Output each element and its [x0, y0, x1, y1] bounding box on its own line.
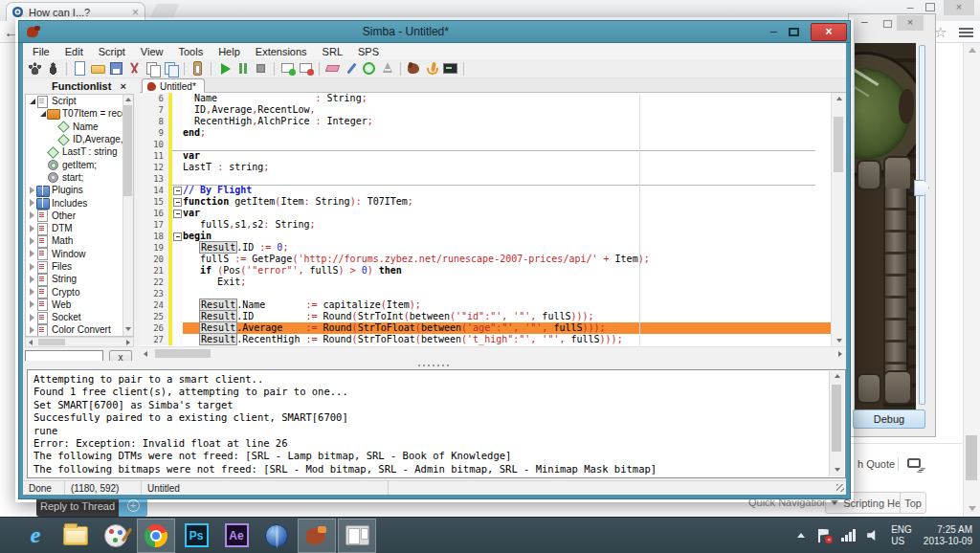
tree-closed-icon[interactable]	[28, 187, 36, 194]
scroll-up-icon[interactable]	[835, 374, 840, 378]
tree-closed-icon[interactable]	[28, 237, 36, 245]
tree-closed-icon[interactable]	[28, 300, 36, 308]
code-line[interactable]: 8 RecentHigh,AlchPrice : Integer;	[140, 116, 831, 127]
console-vscrollbar-thumb[interactable]	[832, 385, 841, 452]
code-line[interactable]: 15function getItem(Item: String): T07ITe…	[140, 196, 831, 208]
toolbar-cut-icon[interactable]	[126, 60, 143, 77]
editor-console-splitter[interactable]	[23, 361, 846, 369]
editor-hscrollbar-thumb[interactable]	[155, 349, 211, 358]
reply-with-quote-link[interactable]: h Quote	[858, 458, 895, 470]
menu-script[interactable]: Script	[91, 46, 133, 57]
smart-debug-button[interactable]: Debug	[853, 409, 925, 429]
menu-file[interactable]: File	[25, 46, 57, 57]
functionlist-item-socket[interactable]: Socket	[26, 311, 133, 323]
taskbar-globe-app[interactable]	[257, 519, 296, 553]
menu-sps[interactable]: SPS	[350, 46, 387, 57]
scroll-down-icon[interactable]	[125, 327, 131, 331]
functionlist-item-includes[interactable]: Includes	[26, 196, 133, 209]
volume-icon[interactable]	[867, 530, 880, 542]
simba-titlebar[interactable]: Simba - Untitled* – ×	[19, 21, 850, 42]
scroll-up-icon[interactable]	[836, 97, 842, 100]
browser-close-button[interactable]: ×	[944, 0, 974, 15]
functionlist-item-script[interactable]: Script	[26, 95, 133, 107]
tab-close-icon[interactable]: ×	[132, 8, 139, 17]
functionlist-vscrollbar-thumb[interactable]	[123, 105, 132, 196]
tree-closed-icon[interactable]	[28, 211, 36, 219]
toolbar-picker-icon[interactable]	[343, 60, 359, 77]
menu-srl[interactable]: SRL	[315, 46, 350, 57]
tray-expand-icon[interactable]	[797, 533, 805, 538]
functionlist-item-start[interactable]: start;	[26, 171, 133, 184]
functionlist-item-t07item-reco[interactable]: T07Item = reco	[26, 107, 133, 120]
network-signal-icon[interactable]	[841, 529, 856, 542]
toolbar-stop-icon[interactable]	[253, 60, 269, 77]
code-line[interactable]: 13	[140, 173, 831, 185]
toolbar-winadd-icon[interactable]	[279, 60, 296, 77]
scroll-left-icon[interactable]	[144, 351, 147, 357]
taskbar-simba[interactable]	[298, 519, 336, 553]
taskbar-photoshop[interactable]: Ps	[177, 519, 215, 553]
taskbar-chrome[interactable]	[137, 519, 175, 553]
taskbar-file-explorer[interactable]	[56, 519, 95, 553]
code-line[interactable]: 20 fullS := GetPage('http://forums.zybez…	[140, 254, 831, 265]
code-line[interactable]: 22 Exit;	[140, 276, 831, 288]
fold-marker-icon[interactable]	[172, 185, 183, 196]
browser-minimize-button[interactable]: –	[903, 0, 917, 13]
tree-closed-icon[interactable]	[28, 276, 36, 283]
toolbar-save-icon[interactable]	[108, 60, 124, 77]
functionlist-item-plugins[interactable]: Plugins	[26, 184, 133, 196]
functionlist-item-window[interactable]: Window	[26, 248, 133, 260]
code-line[interactable]: 14// By Flight	[140, 185, 831, 196]
tree-closed-icon[interactable]	[28, 199, 36, 207]
scroll-down-icon[interactable]	[836, 339, 842, 343]
code-line[interactable]: 24 Result.Name := capitalize(Item);	[140, 299, 831, 311]
scroll-up-icon[interactable]	[125, 98, 131, 101]
minimize-button[interactable]: –	[770, 28, 777, 35]
multiquote-icon[interactable]	[907, 458, 921, 468]
scroll-up-icon[interactable]	[969, 48, 976, 53]
splitter-grip[interactable]	[418, 365, 451, 366]
bookmark-star-icon[interactable]: ☆	[934, 24, 947, 41]
functionlist-item-getitem[interactable]: getItem;	[26, 158, 133, 170]
tree-closed-icon[interactable]	[28, 225, 36, 232]
code-line[interactable]: 23	[140, 288, 831, 299]
code-line-highlighted[interactable]: 26 Result.Average := Round(StrToFloat(be…	[140, 322, 831, 334]
scroll-right-icon[interactable]	[838, 351, 842, 357]
menu-view[interactable]: View	[133, 46, 171, 57]
functionlist-item-crypto[interactable]: Crypto	[26, 285, 133, 298]
smart-maximize-button[interactable]	[883, 20, 892, 28]
code-line[interactable]: 10	[140, 139, 831, 150]
toolbar-play-icon[interactable]	[216, 60, 233, 77]
code-line[interactable]: 17 fullS,s1,s2: String;	[140, 219, 831, 231]
menu-edit[interactable]: Edit	[57, 46, 91, 57]
functionlist-hscrollbar-thumb[interactable]	[38, 339, 65, 345]
toolbar-bug-icon[interactable]	[45, 60, 61, 77]
smart-minimize-button[interactable]: –	[861, 15, 868, 29]
code-line[interactable]: 12LastT : string;	[140, 162, 831, 173]
language-indicator[interactable]: ENG US	[891, 524, 912, 547]
taskbar-smart-client[interactable]	[338, 519, 376, 553]
toolbar-dog-icon[interactable]	[406, 60, 422, 77]
fold-marker-icon[interactable]	[172, 231, 183, 242]
functionlist-item-files[interactable]: Files	[26, 260, 133, 273]
functionlist-item-name[interactable]: Name	[26, 121, 133, 133]
editor-vscrollbar-thumb[interactable]	[834, 117, 843, 172]
toolbar-paste-icon[interactable]	[189, 60, 206, 77]
toolbar-eraser-icon[interactable]	[324, 60, 341, 77]
toolbar-new-icon[interactable]	[72, 60, 88, 77]
taskbar-paint[interactable]	[97, 519, 135, 553]
toolbar-pause-icon[interactable]	[234, 60, 251, 77]
browser-menu-icon[interactable]	[959, 28, 973, 38]
toolbar-font-icon[interactable]	[379, 60, 395, 77]
functionlist-item-math[interactable]: Math	[26, 234, 133, 247]
code-line[interactable]: 19 Result.ID := 0;	[140, 242, 831, 254]
functionlist-item-dtm[interactable]: DTM	[26, 222, 133, 234]
tree-open-icon[interactable]	[38, 111, 47, 117]
editor-tab-untitled[interactable]: Untitled*	[142, 78, 205, 93]
functionlist-item-other[interactable]: Other	[26, 210, 133, 222]
functionlist-item-color-convert[interactable]: Color Convert	[26, 323, 133, 336]
code-line[interactable]: 11var	[140, 150, 831, 162]
toolbar-paw-icon[interactable]	[27, 60, 43, 77]
toolbar-copy-icon[interactable]	[145, 60, 161, 77]
maximize-button[interactable]	[789, 28, 799, 36]
